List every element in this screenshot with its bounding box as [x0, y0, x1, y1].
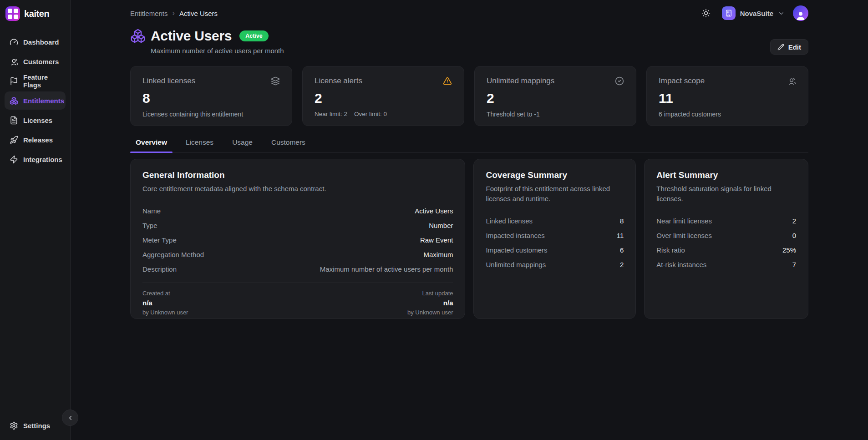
sidebar-item-label: Feature Flags	[23, 73, 61, 89]
stat-value: 11	[659, 91, 796, 106]
chevron-down-icon	[778, 10, 785, 17]
panel-subtitle: Core entitlement metadata aligned with t…	[142, 184, 453, 194]
sidebar-item-releases[interactable]: Releases	[5, 131, 66, 149]
row-label: Impacted instances	[486, 232, 544, 239]
row-label: Over limit licenses	[656, 232, 712, 239]
brand-name: kaiten	[24, 9, 49, 19]
panel-title: General Information	[142, 170, 453, 180]
row-label: Aggregation Method	[142, 251, 204, 258]
stat-label: License alerts	[315, 76, 362, 86]
stat-label: Linked licenses	[142, 76, 195, 86]
sidebar-collapse-button[interactable]	[62, 410, 78, 426]
breadcrumb-parent-link[interactable]: Entitlements	[130, 10, 168, 17]
stat-label: Impact scope	[659, 76, 705, 86]
org-avatar	[722, 6, 736, 20]
users-icon	[787, 76, 796, 86]
row-value: Number	[429, 222, 453, 229]
info-row-description: Description Maximum number of active use…	[142, 262, 453, 277]
gear-icon	[10, 421, 18, 430]
chevron-left-icon	[67, 415, 74, 421]
panel-title: Coverage Summary	[486, 170, 624, 180]
sidebar-item-label: Integrations	[23, 156, 62, 163]
tab-usage[interactable]: Usage	[227, 138, 258, 152]
user-avatar[interactable]	[793, 5, 808, 21]
row-label: Meter Type	[142, 236, 177, 244]
stat-caption: Threshold set to -1	[487, 111, 540, 118]
layers-icon	[271, 76, 280, 86]
overview-panels: General Information Core entitlement met…	[130, 159, 808, 319]
person-icon	[795, 10, 806, 21]
sidebar-item-label: Customers	[23, 58, 59, 66]
coverage-row-linked-licenses: Linked licenses 8	[486, 214, 624, 228]
org-name: NovaSuite	[740, 10, 773, 17]
sidebar-item-label: Dashboard	[23, 38, 59, 46]
last-update-value: n/a	[407, 299, 453, 307]
created-at-block: Created at n/a by Unknown user	[142, 290, 188, 316]
row-value: 8	[620, 217, 624, 225]
page-title: Active Users	[151, 28, 232, 44]
sidebar-item-licenses[interactable]: Licenses	[5, 111, 66, 129]
row-value: Raw Event	[420, 236, 453, 244]
divider	[142, 283, 453, 283]
coverage-row-impacted-instances: Impacted instances 11	[486, 228, 624, 243]
sun-icon	[701, 9, 711, 18]
edit-button-label: Edit	[788, 43, 801, 51]
brand-logo[interactable]: kaiten	[0, 0, 70, 21]
users-icon	[10, 57, 18, 66]
page-header: Active Users Active Maximum number of ac…	[130, 28, 808, 55]
row-label: Near limit licenses	[656, 217, 712, 225]
tab-customers[interactable]: Customers	[266, 138, 311, 152]
sidebar-item-settings[interactable]: Settings	[5, 416, 66, 435]
stat-value: 8	[142, 91, 280, 106]
stat-caption-over-limit: Over limit: 0	[354, 111, 387, 117]
panel-subtitle: Threshold saturation signals for linked …	[656, 184, 796, 204]
row-label: Risk ratio	[656, 246, 685, 254]
updated-by: by Unknown user	[407, 309, 453, 316]
breadcrumb-current: Active Users	[179, 10, 218, 17]
topbar: Entitlements › Active Users NovaSuite	[130, 0, 808, 21]
created-at-label: Created at	[142, 290, 188, 297]
sidebar-item-label: Settings	[23, 422, 50, 430]
org-switcher[interactable]: NovaSuite	[722, 6, 785, 20]
sidebar-item-customers[interactable]: Customers	[5, 52, 66, 71]
building-icon	[725, 10, 732, 17]
stat-caption: Licenses containing this entitlement	[142, 111, 243, 118]
tab-bar: Overview Licenses Usage Customers	[130, 138, 808, 153]
brand-logo-icon	[5, 6, 20, 21]
stat-value: 2	[487, 91, 624, 106]
zap-icon	[10, 155, 18, 164]
row-value: 7	[792, 261, 796, 268]
created-by: by Unknown user	[142, 309, 188, 316]
sidebar-item-integrations[interactable]: Integrations	[5, 150, 66, 168]
row-value: 11	[617, 232, 624, 239]
alert-row-risk-ratio: Risk ratio 25%	[656, 243, 796, 258]
alert-summary-panel: Alert Summary Threshold saturation signa…	[644, 159, 808, 319]
created-at-value: n/a	[142, 299, 188, 307]
row-value: 2	[620, 261, 624, 268]
sidebar-item-feature-flags[interactable]: Feature Flags	[5, 72, 66, 90]
edit-button[interactable]: Edit	[770, 39, 808, 55]
stat-caption-near-limit: Near limit: 2	[315, 111, 347, 117]
row-label: At-risk instances	[656, 261, 706, 268]
breadcrumb: Entitlements › Active Users	[130, 10, 218, 17]
row-label: Type	[142, 222, 157, 229]
row-label: Description	[142, 265, 177, 273]
last-update-block: Last update n/a by Unknown user	[407, 290, 453, 316]
info-row-meter-type: Meter Type Raw Event	[142, 233, 453, 248]
stat-card-license-alerts: License alerts 2 Near limit: 2 Over limi…	[302, 66, 464, 126]
entitlement-boxes-icon	[130, 28, 146, 44]
sidebar-item-label: Licenses	[23, 116, 52, 124]
check-circle-icon	[615, 76, 624, 86]
row-value: Active Users	[415, 207, 453, 215]
theme-toggle-button[interactable]	[698, 5, 714, 21]
sidebar-item-entitlements[interactable]: Entitlements	[5, 91, 66, 110]
tab-licenses[interactable]: Licenses	[180, 138, 219, 152]
row-label: Impacted customers	[486, 246, 547, 254]
sidebar-item-dashboard[interactable]: Dashboard	[5, 33, 66, 51]
info-row-name: Name Active Users	[142, 204, 453, 218]
stat-value: 2	[315, 91, 452, 106]
breadcrumb-separator: ›	[173, 10, 175, 17]
rocket-icon	[10, 136, 18, 144]
tab-overview[interactable]: Overview	[130, 138, 173, 152]
row-label: Linked licenses	[486, 217, 533, 225]
